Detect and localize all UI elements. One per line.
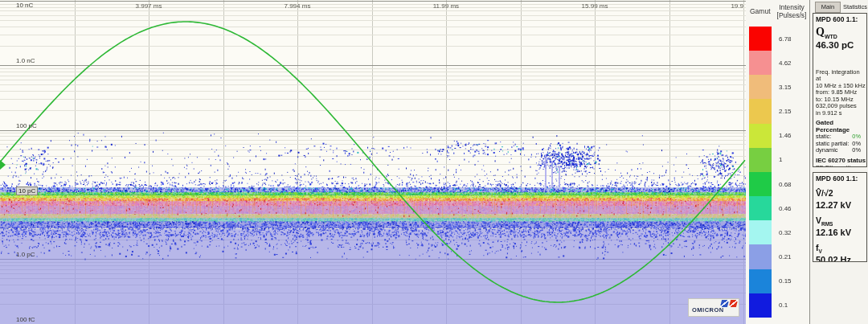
voltage-sine-overlay	[0, 0, 746, 324]
iec-status-text: PD Filter settings are outside of the re…	[816, 165, 866, 167]
mpd600-application-window: 3.997 ms7.994 ms11.99 ms15.99 ms19.910 n…	[0, 0, 868, 324]
gamut-color-swatch	[749, 244, 772, 269]
omicron-logo: OMICRON	[688, 298, 739, 317]
gamut-scale-value: 0.46	[779, 205, 792, 212]
intensity-axis-title: Intensity [Pulses/s]	[773, 3, 810, 19]
omicron-logo-text: OMICRON	[692, 306, 724, 314]
gamut-scale-value: 6.78	[779, 35, 792, 43]
gamut-color-swatch	[749, 196, 772, 220]
gamut-color-swatch	[749, 172, 772, 196]
vrms-symbol: VRMS	[816, 215, 866, 227]
omicron-logo-red-icon	[729, 300, 738, 307]
gamut-scale-value: 0.32	[779, 229, 792, 236]
gamut-color-swatch	[749, 124, 772, 148]
tab-statistics[interactable]: Statistics	[843, 2, 867, 11]
gamut-scale-row: 6.78	[749, 27, 810, 51]
tab-main[interactable]: Main	[815, 2, 841, 13]
x-axis-tick: 7.994 ms	[285, 2, 311, 10]
gamut-scale-value: 0.15	[779, 277, 792, 285]
gamut-scale-value: 0.1	[779, 301, 788, 309]
gamut-scale-value: 0.68	[779, 181, 792, 188]
gamut-scale-row: 0.32	[749, 220, 810, 244]
y-axis-tick: 1.0 pC	[16, 251, 35, 258]
gated-percentage-title: Gated Percentage	[816, 119, 866, 133]
gamut-color-swatch	[749, 51, 772, 75]
iec-status-title: IEC 60270 status	[816, 157, 866, 164]
vpeak-symbol: V̂/√2	[816, 188, 866, 199]
measurement-panel-main: MPD 600 1.1: QWTD 46.30 pC Freq. integra…	[813, 13, 867, 167]
x-axis-tick: 3.997 ms	[136, 2, 162, 10]
gamut-color-swatch	[749, 269, 772, 293]
gamut-color-swatch	[749, 148, 772, 172]
vrms-value: 12.16 kV	[816, 228, 866, 237]
gamut-scale-row: 0.68	[749, 172, 810, 196]
gamut-scale-row: 0.1	[749, 293, 810, 318]
device-title-2: MPD 600 1.1:	[816, 174, 866, 183]
gamut-color-swatch	[749, 27, 772, 51]
frequency-value: 50.02 Hz	[816, 255, 866, 262]
y-axis-tick: 10 nC	[16, 2, 33, 9]
gamut-color-swatch	[749, 220, 772, 244]
gamut-scale-value: 1	[779, 156, 782, 163]
gamut-scale-row: 4.62	[749, 51, 810, 75]
gamut-scale-row: 1.46	[749, 124, 810, 148]
gamut-scale-value: 2.15	[779, 108, 792, 115]
gated-dynamic-value: 0%	[852, 147, 861, 154]
gamut-scale-value: 4.62	[779, 59, 792, 67]
x-axis-tick: 19.9	[731, 2, 743, 10]
gamut-scale-value: 0.21	[779, 253, 792, 260]
gamut-color-swatch	[749, 293, 772, 318]
gamut-title: Gamut	[750, 7, 771, 15]
gamut-color-scale: 6.784.623.152.151.4610.680.460.320.210.1…	[749, 27, 810, 318]
gamut-scale-row: 0.15	[749, 269, 810, 293]
qwtd-symbol: QWTD	[816, 26, 866, 39]
gamut-scale-row: 0.46	[749, 196, 810, 220]
y-axis-tick: 100 pC	[16, 122, 37, 129]
gamut-scale-value: 3.15	[779, 84, 792, 91]
info-sidebar: Main Statistics MPD 600 1.1: QWTD 46.30 …	[810, 0, 868, 324]
gamut-scale-row: 2.15	[749, 99, 810, 123]
y-axis-tick: 1.0 nC	[16, 57, 35, 64]
gamut-color-swatch	[749, 75, 772, 99]
vpeak-value: 12.27 kV	[816, 200, 866, 210]
gamut-legend-panel: Gamut Intensity [Pulses/s] 6.784.623.152…	[746, 0, 810, 324]
x-axis-tick: 15.99 ms	[582, 2, 608, 10]
voltage-panel: MPD 600 1.1: V̂/√2 12.27 kV VRMS 12.16 k…	[813, 172, 867, 262]
gamut-color-swatch	[749, 99, 772, 123]
gamut-scale-row: 1	[749, 148, 810, 172]
gamut-scale-row: 0.21	[749, 244, 810, 269]
waveform-left-marker	[0, 160, 6, 170]
gated-row-dynamic: dynamic0%	[816, 147, 866, 154]
device-title: MPD 600 1.1:	[816, 15, 866, 23]
frequency-symbol: fV	[816, 243, 866, 254]
gamut-scale-row: 3.15	[749, 75, 810, 99]
freq-integration-info: Freq. integration at 10 MHz ± 150 kHz fr…	[816, 69, 866, 117]
y-axis-tick: 100 fC	[16, 316, 35, 323]
prpd-heatmap-plot[interactable]: 3.997 ms7.994 ms11.99 ms15.99 ms19.910 n…	[0, 0, 746, 324]
gamut-scale-value: 1.46	[779, 132, 792, 139]
y-axis-tick: 10 pC	[16, 187, 38, 195]
qwtd-value: 46.30 pC	[816, 40, 866, 50]
x-axis-tick: 11.99 ms	[433, 2, 459, 10]
